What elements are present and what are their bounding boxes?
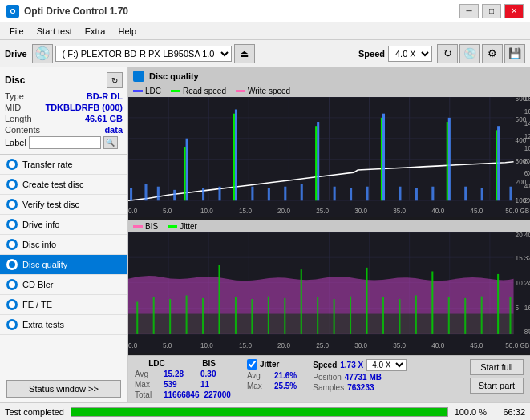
upper-chart-svg: 600 500 400 300 200 100 18X 16X 14X 12X … — [128, 97, 530, 217]
sidebar-item-drive-info[interactable]: Drive info — [0, 215, 127, 235]
svg-rect-113 — [350, 297, 351, 334]
titlebar: O Opti Drive Control 1.70 ─ □ ✕ — [0, 0, 530, 22]
svg-rect-57 — [184, 147, 186, 200]
sidebar-item-transfer-rate[interactable]: Transfer rate — [0, 155, 127, 175]
refresh-icon[interactable]: ↻ — [437, 44, 458, 63]
drive-icon[interactable]: 💿 — [32, 44, 53, 63]
speed-dropdown[interactable]: 4.0 X — [366, 359, 407, 371]
sidebar-item-extra-tests[interactable]: Extra tests — [0, 315, 127, 335]
disc-mid-label: MID — [5, 103, 21, 112]
sidebar-item-verify-test-disc[interactable]: Verify test disc — [0, 195, 127, 215]
svg-rect-108 — [268, 297, 269, 334]
ldc-header: LDC — [135, 359, 179, 368]
settings-icon[interactable]: ⚙ — [482, 44, 503, 63]
disc-refresh-icon[interactable]: ↻ — [107, 72, 123, 88]
svg-rect-35 — [173, 190, 176, 200]
svg-rect-43 — [301, 184, 303, 201]
svg-rect-51 — [431, 187, 434, 201]
svg-text:4X: 4X — [524, 183, 530, 190]
stats-headers: LDC BIS — [135, 359, 231, 368]
avg-jitter-label: Avg — [247, 371, 271, 380]
maximize-button[interactable]: □ — [482, 4, 501, 18]
lower-legend: BIS Jitter — [128, 220, 530, 232]
total-label: Total — [135, 390, 159, 399]
svg-text:15.0: 15.0 — [239, 208, 252, 215]
sidebar-item-disc-info[interactable]: Disc info — [0, 235, 127, 255]
max-jitter-label: Max — [247, 382, 271, 390]
svg-rect-38 — [218, 187, 220, 201]
toolbar-icons: ↻ 💿 ⚙ 💾 — [437, 44, 525, 63]
svg-rect-115 — [382, 297, 384, 334]
svg-rect-40 — [251, 187, 253, 201]
svg-text:30.0: 30.0 — [354, 208, 367, 215]
disc-length-label: Length — [5, 114, 32, 123]
start-part-button[interactable]: Start part — [470, 378, 524, 394]
save-icon[interactable]: 💾 — [504, 44, 525, 63]
menu-help[interactable]: Help — [111, 25, 143, 38]
svg-rect-102 — [169, 299, 171, 334]
svg-text:16%: 16% — [524, 303, 530, 312]
jitter-header: Jitter — [260, 360, 279, 369]
drive-select[interactable]: ( F:) PLEXTOR BD-R PX-LB950SA 1.06 — [55, 46, 232, 62]
menu-extra[interactable]: Extra — [79, 25, 112, 38]
disc-section: Disc ↻ Type BD-R DL MID TDKBLDRFB (000) … — [0, 67, 127, 155]
svg-text:10.0: 10.0 — [200, 208, 213, 215]
svg-rect-61 — [447, 122, 448, 200]
titlebar-controls[interactable]: ─ □ ✕ — [459, 4, 524, 18]
svg-text:20: 20 — [516, 232, 523, 239]
svg-rect-109 — [284, 298, 285, 334]
sidebar-item-cd-bler[interactable]: CD Bler — [0, 275, 127, 295]
drive-label: Drive — [5, 49, 27, 59]
svg-rect-121 — [481, 297, 483, 334]
jitter-stats: Jitter Avg 21.6% Max 25.5% — [247, 359, 297, 390]
menu-file[interactable]: File — [3, 25, 30, 38]
titlebar-left: O Opti Drive Control 1.70 — [6, 5, 128, 18]
sidebar-item-disc-quality[interactable]: Disc quality — [0, 255, 127, 275]
svg-text:2X: 2X — [524, 197, 530, 204]
speed-select[interactable]: 4.0 X — [388, 46, 432, 62]
menubar: File Start test Extra Help — [0, 22, 530, 40]
svg-text:10.0: 10.0 — [200, 341, 213, 350]
svg-text:15.0: 15.0 — [239, 341, 252, 350]
svg-text:50.0 GB: 50.0 GB — [505, 208, 529, 215]
eject-icon[interactable]: ⏏ — [234, 44, 255, 63]
svg-text:45.0: 45.0 — [470, 208, 483, 215]
disc-label-search-icon[interactable]: 🔍 — [103, 136, 118, 149]
nav-icon-create-test-disc — [6, 179, 18, 190]
jitter-checkbox[interactable] — [247, 359, 257, 370]
disc-label-input[interactable] — [29, 136, 101, 149]
minimize-button[interactable]: ─ — [459, 4, 479, 18]
nav-label-disc-info: Disc info — [22, 240, 56, 249]
nav-label-cd-bler: CD Bler — [22, 280, 54, 289]
max-row: Max 539 11 — [135, 380, 231, 389]
status-window-button[interactable]: Status window >> — [6, 380, 121, 398]
nav-label-verify-test-disc: Verify test disc — [22, 200, 79, 209]
svg-rect-33 — [144, 184, 147, 201]
menu-start-test[interactable]: Start test — [30, 25, 79, 38]
svg-rect-55 — [497, 126, 500, 200]
action-buttons: Start full Start part — [470, 359, 524, 394]
speed-header: Speed — [313, 361, 337, 370]
max-jitter-row: Max 25.5% — [247, 382, 297, 390]
svg-rect-47 — [366, 187, 369, 201]
svg-text:8X: 8X — [524, 158, 530, 165]
nav-icon-disc-info — [6, 239, 18, 250]
disc-icon[interactable]: 💿 — [459, 44, 480, 63]
sidebar-item-fe-te[interactable]: FE / TE — [0, 295, 127, 315]
disc-header: Disc ↻ — [5, 72, 123, 88]
jitter-color — [168, 225, 177, 228]
sidebar-item-create-test-disc[interactable]: Create test disc — [0, 175, 127, 195]
svg-rect-120 — [464, 298, 466, 334]
svg-text:5.0: 5.0 — [163, 208, 172, 215]
start-full-button[interactable]: Start full — [470, 359, 524, 375]
close-button[interactable]: ✕ — [504, 4, 524, 18]
svg-rect-39 — [235, 110, 237, 201]
svg-text:14X: 14X — [524, 120, 530, 127]
nav-icon-verify-test-disc — [6, 199, 18, 210]
svg-rect-112 — [334, 299, 335, 334]
statusbar: Test completed 100.0 % 66:32 — [0, 402, 530, 420]
disc-length-row: Length 46.61 GB — [5, 114, 123, 123]
svg-rect-58 — [233, 114, 235, 201]
svg-rect-107 — [251, 299, 253, 334]
svg-text:0.0: 0.0 — [128, 208, 138, 215]
